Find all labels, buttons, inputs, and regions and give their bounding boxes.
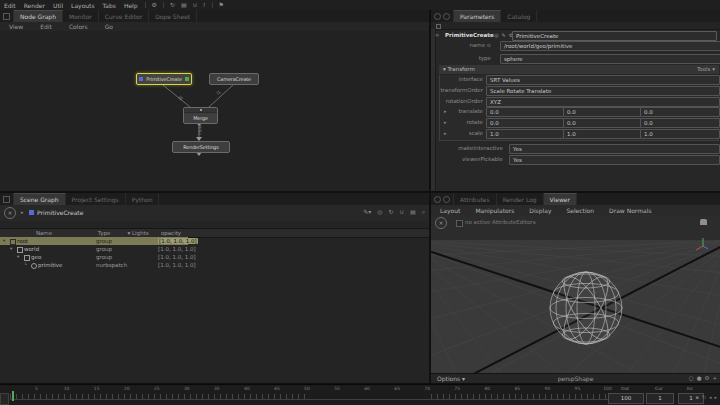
merge-input-ports[interactable] [184, 108, 217, 113]
target-icon[interactable]: ◎ [494, 32, 498, 38]
viewer-menu-manipulators[interactable]: Manipulators [475, 207, 514, 214]
scenegraph-view-flag[interactable] [139, 77, 143, 81]
column-lights[interactable]: ▾ Lights [122, 230, 154, 236]
add-icon[interactable]: + [712, 375, 717, 381]
tab-curve-editor[interactable]: Curve Editor [99, 10, 149, 22]
search-icon[interactable]: ⌕ [422, 208, 425, 216]
rotationOrder-field[interactable]: XYZ [486, 97, 720, 107]
edit-icon[interactable]: ✎ [502, 32, 506, 38]
tab-project-settings[interactable]: Project Settings [66, 193, 126, 205]
menu-util[interactable]: Util [53, 2, 63, 9]
transformOrder-field[interactable]: Scale Rotate Translate [486, 86, 720, 96]
link-icon[interactable]: ∪ [193, 0, 197, 10]
in-frame-field[interactable] [0, 393, 9, 405]
flag-icon[interactable]: ⚑ [219, 0, 224, 10]
menu-help[interactable]: Help [124, 2, 138, 9]
viewport-3d[interactable]: × no active AttributeEditors [431, 215, 720, 374]
column-type[interactable]: Type [88, 230, 120, 236]
refresh-icon[interactable]: ↻ [170, 0, 175, 10]
expander-icon[interactable]: ▾ [3, 238, 5, 243]
loop-icon[interactable]: ↻ [702, 394, 706, 400]
flags-icon[interactable]: ▤ [410, 208, 416, 216]
attribute-editor-checkbox[interactable] [456, 220, 463, 227]
makeInteractive-field[interactable]: Yes [509, 144, 720, 154]
viewer-menu-display[interactable]: Display [529, 207, 551, 214]
state-badge-icon[interactable]: ⊙ [487, 42, 491, 48]
playhead[interactable] [12, 391, 14, 401]
scale-field[interactable]: 1.0 [486, 129, 565, 139]
column-opacity[interactable]: opacity [154, 230, 188, 236]
rotate-field[interactable]: 0.0 [486, 118, 565, 128]
scenegraph-row-world[interactable]: ▾worldgroup[1.0, 1.0, 1.0] [0, 245, 429, 253]
pin-icon[interactable] [436, 24, 441, 29]
expander-icon[interactable]: ▾ [10, 246, 12, 251]
rotate-field[interactable]: 0.0 [563, 118, 642, 128]
tab-viewer[interactable]: Viewer [544, 193, 577, 205]
solo-icon[interactable]: ● [697, 375, 702, 381]
node-name-input[interactable]: PrimitiveCreate [512, 31, 717, 41]
edit-mode-icon[interactable]: ✎▾ [363, 208, 371, 216]
snapshot-icon[interactable] [700, 219, 707, 225]
stop-icon[interactable]: ▪ [695, 394, 698, 400]
expander-icon[interactable]: ▾ [17, 254, 19, 259]
clear-source-icon[interactable]: × [4, 207, 16, 219]
nodegraph-menu-colors[interactable]: Colors [69, 23, 88, 30]
node-primitivecreate[interactable]: PrimitiveCreate [136, 73, 192, 85]
nodegraph-menu-go[interactable]: Go [105, 23, 113, 30]
panel-controls[interactable] [0, 193, 14, 205]
column-name[interactable]: Name [22, 230, 66, 236]
scenegraph-row-geo[interactable]: ▾geogroup[1.0, 1.0, 1.0] [0, 253, 429, 261]
settings-icon[interactable]: ⚙ [704, 375, 709, 381]
transform-group-header[interactable]: ▾ Transform Tools ▾ [439, 65, 719, 75]
step-forward-icon[interactable]: ▸ [714, 394, 717, 400]
camera-name[interactable]: perspShape [558, 375, 594, 382]
tab-render-log[interactable]: Render Log [497, 193, 544, 205]
viewer-menu-selection[interactable]: Selection [566, 207, 594, 214]
interface-field[interactable]: SRT Values [486, 75, 720, 85]
timeline[interactable]: 5101520253035404550556065707580859095100… [0, 384, 720, 405]
scene-graph-tree[interactable]: Name Type ▾ Lights opacity ▾rootgroup[1.… [0, 221, 429, 383]
expander-icon[interactable]: ▸ [21, 209, 24, 215]
node-graph-canvas[interactable]: i0 i1 input PrimitiveCreate CameraCreate… [0, 31, 429, 191]
options-dropdown[interactable]: Options ▾ [437, 375, 465, 382]
translate-field[interactable]: 0.0 [640, 107, 720, 117]
current-frame-field[interactable]: 1 [646, 393, 674, 404]
nodegraph-menu-view[interactable]: View [9, 23, 23, 30]
tab-python[interactable]: Python [126, 193, 160, 205]
working-set-icon[interactable]: ◎ [377, 208, 382, 216]
tab-scene-graph[interactable]: Scene Graph [14, 193, 66, 205]
tab-dope-sheet[interactable]: Dope Sheet [149, 10, 197, 22]
step-back-icon[interactable]: ◂ [709, 394, 712, 400]
scenegraph-row-primitive[interactable]: └primitivenurbspatch[1.0, 1.0, 1.0] [0, 261, 429, 269]
edit-flag[interactable] [185, 77, 189, 81]
scale-field[interactable]: 1.0 [640, 129, 720, 139]
translate-field[interactable]: 0.0 [563, 107, 642, 117]
node-rendersettings[interactable]: RenderSettings [172, 141, 230, 153]
alert-icon[interactable]: ! [203, 0, 205, 10]
list-icon[interactable]: ≡ [487, 32, 491, 38]
refresh-icon[interactable]: ↻ [389, 208, 394, 216]
translate-field[interactable]: 0.0 [486, 107, 565, 117]
gear-icon[interactable]: ⚙ [152, 0, 157, 10]
union-icon[interactable]: ∪ [400, 208, 404, 216]
viewer-menu-layout[interactable]: Layout [440, 207, 460, 214]
rotate-field[interactable]: 0.0 [640, 118, 720, 128]
menu-layouts[interactable]: Layouts [71, 2, 95, 9]
panel-controls[interactable] [0, 10, 14, 22]
tools-dropdown[interactable]: Tools ▾ [697, 66, 715, 72]
deselect-icon[interactable]: × [435, 217, 447, 229]
overlay-toggle-icon[interactable]: ○ [689, 375, 694, 381]
scenegraph-row-root[interactable]: ▾rootgroup[1.0, 1.0, 1.0] [0, 237, 429, 245]
tab-parameters[interactable]: Parameters [454, 10, 501, 22]
scale-field[interactable]: 1.0 [563, 129, 642, 139]
tab-catalog[interactable]: Catalog [501, 10, 537, 22]
expander-icon[interactable]: └ [24, 262, 27, 267]
menu-tabs[interactable]: Tabs [103, 2, 116, 9]
node-cameracreate[interactable]: CameraCreate [209, 73, 259, 85]
layers-icon[interactable]: ▤ [181, 0, 187, 10]
tab-node-graph[interactable]: Node Graph [14, 10, 63, 22]
type-value-field[interactable]: sphere [500, 54, 720, 64]
tab-monitor[interactable]: Monitor [63, 10, 99, 22]
menu-edit[interactable]: Edit [4, 2, 16, 9]
viewer-menu-draw-normals[interactable]: Draw Normals [609, 207, 651, 214]
